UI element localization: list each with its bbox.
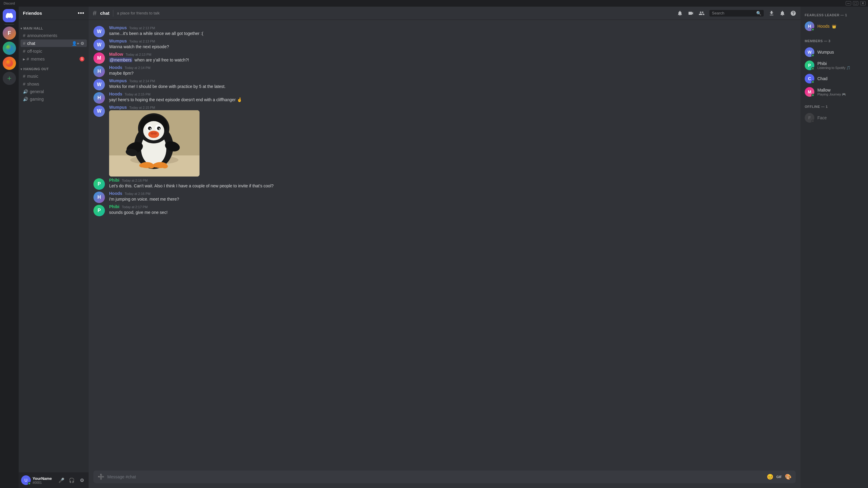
message-input-box: ➕ 😊 GIF 🎨: [93, 470, 796, 483]
avatar[interactable]: W: [93, 26, 105, 37]
message-author[interactable]: Wumpus: [109, 105, 127, 110]
message-author[interactable]: Mallow: [109, 52, 123, 57]
add-file-icon[interactable]: ➕: [98, 474, 104, 480]
bell-icon[interactable]: [677, 10, 683, 16]
category-hanging-out[interactable]: ▾ HANGING OUT: [19, 63, 89, 72]
avatar[interactable]: W: [93, 79, 105, 90]
emoji-icon[interactable]: 😊: [767, 474, 773, 480]
avatar[interactable]: P: [93, 205, 105, 216]
discord-home-button[interactable]: [3, 9, 16, 22]
message-header: Mallow Today at 2:13 PM: [109, 52, 796, 57]
avatar[interactable]: W: [93, 105, 105, 117]
channel-gaming-voice[interactable]: 🔊 gaming: [21, 96, 87, 103]
message-author[interactable]: Hoods: [109, 65, 122, 70]
member-mallow[interactable]: M Mallow Playing Journey 🎮: [803, 86, 866, 98]
svg-point-19: [153, 132, 157, 135]
svg-point-27: [153, 163, 159, 167]
member-avatar: W: [805, 47, 814, 57]
channel-music[interactable]: # music: [21, 72, 87, 80]
status-indicator: [811, 28, 814, 31]
settings-icon[interactable]: ⚙: [81, 41, 84, 46]
server-menu-icon[interactable]: •••: [78, 10, 84, 16]
member-chad[interactable]: C Chad: [803, 72, 866, 85]
mute-button[interactable]: 🎤: [57, 476, 66, 484]
message-header: Phibi Today at 2:17 PM: [109, 204, 796, 209]
message-content: Hoods Today at 2:14 PM maybe 8pm?: [109, 65, 796, 77]
message-content: Mallow Today at 2:13 PM @members when ar…: [109, 52, 796, 64]
text-channel-icon: #: [23, 41, 25, 46]
user-status-dot: [28, 482, 31, 485]
message-text: Wanna watch the next episode?: [109, 44, 796, 50]
message-header: Wumpus Today at 2:14 PM: [109, 78, 796, 83]
user-settings-button[interactable]: ⚙: [78, 476, 86, 484]
current-user-avatar: U: [21, 475, 31, 485]
server-icon-3[interactable]: [3, 57, 16, 70]
gif-icon[interactable]: GIF: [776, 475, 782, 479]
members-icon[interactable]: [699, 10, 705, 16]
channel-memes[interactable]: ▶ # memes 1: [21, 55, 87, 63]
message-input[interactable]: [107, 475, 764, 479]
message-group: H Hoods Today at 2:15 PM yay! here's to …: [89, 91, 801, 104]
status-indicator: [811, 80, 814, 84]
stream-icon[interactable]: [688, 10, 694, 16]
category-main-hall[interactable]: ▾ MAIN HALL: [19, 22, 89, 31]
channel-description: a place for friends to talk: [117, 11, 160, 15]
server-icon-2[interactable]: [3, 41, 16, 55]
maximize-button[interactable]: □: [853, 1, 858, 5]
close-button[interactable]: ✕: [860, 1, 866, 5]
inbox-icon[interactable]: [779, 10, 785, 16]
message-author[interactable]: Wumpus: [109, 25, 127, 30]
message-text: i'm jumping on voice. meet me there?: [109, 196, 796, 202]
channel-general-voice[interactable]: 🔊 general: [21, 88, 87, 95]
channel-announcements[interactable]: # announcements: [21, 32, 87, 39]
messages-area[interactable]: W Wumpus Today at 2:13 PM same...it's be…: [89, 20, 801, 470]
message-author[interactable]: Hoods: [109, 191, 122, 196]
message-group: W Wumpus Today at 2:13 PM same...it's be…: [89, 25, 801, 38]
server-list: F +: [0, 7, 19, 488]
header-icons: 🔍: [677, 10, 796, 17]
message-timestamp: Today at 2:17 PM: [122, 205, 148, 209]
minimize-button[interactable]: ─: [846, 1, 851, 5]
channel-actions: 👤+ ⚙: [72, 41, 84, 46]
server-header[interactable]: Friendos •••: [19, 7, 89, 20]
member-wumpus[interactable]: W Wumpus: [803, 46, 866, 59]
server-icon-friendos[interactable]: F: [3, 27, 16, 40]
download-icon[interactable]: [769, 10, 775, 16]
avatar[interactable]: H: [93, 66, 105, 77]
channel-off-topic[interactable]: # off-topic: [21, 47, 87, 55]
channel-chat[interactable]: # chat 👤+ ⚙: [21, 39, 87, 47]
avatar[interactable]: H: [93, 192, 105, 203]
add-server-button[interactable]: +: [3, 72, 16, 85]
member-phibi[interactable]: P Phibi Listening to Spotify 🎵: [803, 59, 866, 72]
message-author[interactable]: Wumpus: [109, 38, 127, 43]
message-author[interactable]: Wumpus: [109, 78, 127, 83]
search-box[interactable]: 🔍: [710, 10, 764, 17]
message-author[interactable]: Hoods: [109, 92, 122, 96]
status-indicator: [811, 67, 814, 70]
channel-shows[interactable]: # shows: [21, 80, 87, 88]
message-author[interactable]: Phibi: [109, 178, 119, 183]
message-content: Wumpus Today at 2:13 PM same...it's been…: [109, 25, 796, 37]
member-activity: Playing Journey 🎮: [817, 93, 864, 96]
member-hoods[interactable]: H Hoods 👑: [803, 20, 866, 33]
avatar[interactable]: W: [93, 39, 105, 51]
message-group: W Wumpus Today at 2:14 PM Works for me! …: [89, 78, 801, 91]
help-icon[interactable]: [790, 10, 796, 16]
search-input[interactable]: [712, 11, 754, 15]
sticker-icon[interactable]: 🎨: [785, 474, 792, 480]
search-icon: 🔍: [756, 11, 761, 16]
user-discriminator: #0001: [33, 481, 56, 484]
message-author[interactable]: Phibi: [109, 204, 119, 209]
member-name: Wumpus: [817, 50, 864, 55]
avatar[interactable]: H: [93, 92, 105, 104]
member-face[interactable]: F Face: [803, 111, 866, 124]
status-indicator: [811, 54, 814, 57]
message-content: Phibi Today at 2:16 PM Let's do this. Ca…: [109, 178, 796, 190]
add-member-icon[interactable]: 👤+: [72, 41, 79, 46]
chat-header: # chat a place for friends to talk: [89, 7, 801, 20]
avatar[interactable]: M: [93, 53, 105, 64]
message-header: Hoods Today at 2:16 PM: [109, 191, 796, 196]
voice-channel-label: general: [30, 89, 44, 94]
deafen-button[interactable]: 🎧: [67, 476, 76, 484]
avatar[interactable]: P: [93, 178, 105, 190]
